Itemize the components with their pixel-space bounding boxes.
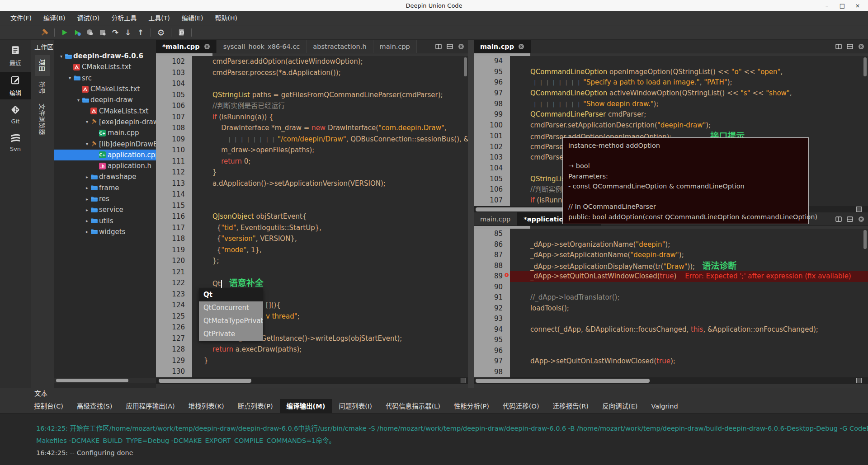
line-number[interactable]: 130 <box>156 366 192 377</box>
line-number[interactable]: 105 <box>474 174 510 185</box>
line-number[interactable]: 98 <box>474 99 510 110</box>
code-line-100[interactable]: 100 cmdParser.setApplicationDescription(… <box>474 120 868 131</box>
split-horizontal-icon[interactable] <box>847 43 853 50</box>
editor-tab-abstractaction.h[interactable]: abstractaction.h <box>307 40 373 53</box>
line-number[interactable]: 104 <box>156 78 192 89</box>
close-icon[interactable]: × <box>850 2 865 9</box>
bottom-tab-性能分析(P)[interactable]: 性能分析(P) <box>447 399 496 413</box>
close-group-icon[interactable] <box>858 216 864 222</box>
line-number[interactable]: 107 <box>156 112 192 123</box>
editor-left-vscrollbar[interactable] <box>464 57 467 76</box>
menu-item[interactable]: 调试(D) <box>71 11 106 25</box>
code-line-97[interactable]: 97 QCommandLineOption activeWindowOption… <box>474 88 868 99</box>
code-editor-right-bottom[interactable]: 8586 _dApp->setOrganizationName("deepin"… <box>474 229 868 377</box>
line-number[interactable]: 89 <box>474 271 510 282</box>
chevron-right-icon[interactable]: ▸ <box>84 174 90 179</box>
tree-item-src[interactable]: ▾src <box>54 73 156 84</box>
code-line-105[interactable]: 105 QStringList paths = getFilesFromQCom… <box>156 89 468 101</box>
tree-item-res[interactable]: ▸res <box>54 193 156 204</box>
line-number[interactable]: 102 <box>474 142 510 153</box>
tree-horizontal-scrollbar[interactable] <box>54 378 156 383</box>
tree-item-CMakeLists.txt[interactable]: CMakeLists.txt <box>54 61 156 72</box>
tree-item-main.cpp[interactable]: C+main.cpp <box>54 127 156 138</box>
code-line-89[interactable]: 89 _dApp->setQuitOnLastWindowClosed(true… <box>474 271 868 282</box>
code-line-86[interactable]: 86 _dApp->setOrganizationName("deepin"); <box>474 240 868 250</box>
chevron-down-icon[interactable]: ▾ <box>84 119 90 124</box>
tree-item-[exe]deepin-draw[interactable]: ▾[exe]deepin-draw <box>54 117 156 127</box>
line-number[interactable]: 111 <box>156 156 192 167</box>
code-line-90[interactable]: 90 <box>474 282 868 293</box>
chevron-right-icon[interactable]: ▸ <box>84 207 90 212</box>
line-number[interactable]: 95 <box>474 335 510 346</box>
activitybar-item-Svn[interactable]: Svn <box>0 130 31 155</box>
completion-item-QtPrivate[interactable]: QtPrivate <box>199 328 263 341</box>
close-group-icon[interactable] <box>858 43 864 50</box>
arrow-down-icon[interactable]: ↓ <box>122 26 134 39</box>
line-number[interactable]: 102 <box>156 56 192 67</box>
tree-item-service[interactable]: ▸service <box>54 204 156 215</box>
menu-item[interactable]: 编译(B) <box>38 11 71 25</box>
activitybar-item-最近[interactable]: 最近 <box>0 42 31 70</box>
line-number[interactable]: 116 <box>156 211 192 222</box>
menu-item[interactable]: 文件(F) <box>5 11 38 25</box>
completion-item-QtMetaTypePrivate[interactable]: QtMetaTypePrivate <box>199 315 263 328</box>
code-line-112[interactable]: 112 } <box>156 167 468 178</box>
editor-tab-main.cpp[interactable]: main.cpp <box>474 40 531 53</box>
line-number[interactable]: 119 <box>156 244 192 256</box>
tree-item-deepin-draw-6.0.6[interactable]: ▾deepin-draw-6.0.6 <box>54 51 156 61</box>
chevron-down-icon[interactable]: ▾ <box>84 141 90 146</box>
line-number[interactable]: 104 <box>474 163 510 174</box>
chevron-down-icon[interactable]: ▾ <box>75 98 82 103</box>
code-line-122[interactable]: 122 Qt语意补全 <box>156 277 468 289</box>
menu-item[interactable]: 帮助(H) <box>209 11 243 25</box>
code-line-107[interactable]: 107 if (isRunning(a)) { <box>156 112 468 123</box>
line-number[interactable]: 96 <box>474 77 510 88</box>
tree-item-application.h[interactable]: .happlication.h <box>54 160 156 171</box>
menu-item[interactable]: 工具(T) <box>142 11 175 25</box>
tab-close-icon[interactable] <box>204 43 210 50</box>
code-line-115[interactable]: 115 <box>156 200 468 211</box>
line-number[interactable]: 88 <box>474 261 510 272</box>
chevron-down-icon[interactable]: ▾ <box>66 75 73 80</box>
line-number[interactable]: 97 <box>474 356 510 367</box>
editor-tab-syscall_hook_x86-64.cc[interactable]: syscall_hook_x86-64.cc <box>217 40 307 53</box>
line-number[interactable]: 125 <box>156 311 192 322</box>
line-number[interactable]: 93 <box>474 314 510 324</box>
code-line-104[interactable]: 104 <box>156 78 468 89</box>
debug-play-icon[interactable] <box>71 26 84 39</box>
line-number[interactable]: 115 <box>156 200 192 211</box>
chevron-right-icon[interactable]: ▸ <box>84 229 90 234</box>
minimize-icon[interactable]: – <box>819 2 835 9</box>
split-horizontal-icon[interactable] <box>447 43 453 50</box>
line-number[interactable]: 108 <box>156 122 192 134</box>
gear-icon[interactable]: ⚙ <box>155 26 167 39</box>
bottom-tab-控制台(C)[interactable]: 控制台(C) <box>27 399 70 413</box>
code-line-88[interactable]: 88 _dApp->setApplicationDisplayName(tr("… <box>474 261 868 272</box>
tree-item-[lib]deepinDrawB…[interactable]: ▾[lib]deepinDrawB… <box>54 138 156 149</box>
editor-tab-main.cpp[interactable]: main.cpp <box>474 212 517 225</box>
code-line-120[interactable]: 120 }; <box>156 255 468 267</box>
bottom-tab-代码迁移(O)[interactable]: 代码迁移(O) <box>496 399 546 413</box>
line-number[interactable]: 122 <box>156 277 192 289</box>
code-line-109[interactable]: 109 | | | | | | | | "/com/deepin/Draw", … <box>156 134 468 145</box>
line-number[interactable]: 101 <box>474 131 510 142</box>
code-line-99[interactable]: 99 QCommandLineParser cmdParser; <box>474 109 868 120</box>
activitybar-item-编辑[interactable]: 编辑 <box>0 72 31 99</box>
tree-item-CMakeLists.txt[interactable]: CMakeLists.txt <box>54 84 156 94</box>
code-line-119[interactable]: 119 {"mode", 1}, <box>156 244 468 256</box>
line-number[interactable]: 90 <box>474 282 510 293</box>
line-number[interactable]: 123 <box>156 289 192 300</box>
code-line-85[interactable]: 85 <box>474 229 868 240</box>
maximize-icon[interactable]: □ <box>835 2 850 9</box>
code-line-113[interactable]: 113 a.dApplication()->setApplicationVers… <box>156 178 468 189</box>
editor-right-top-vscrollbar[interactable] <box>863 57 867 76</box>
side-dock-tab-符号[interactable]: 符号 <box>35 77 50 98</box>
code-line-87[interactable]: 87 _dApp->setApplicationName("deepin-dra… <box>474 250 868 261</box>
hammer-icon[interactable] <box>38 26 51 39</box>
code-line-95[interactable]: 95 <box>474 335 868 346</box>
tree-item-application.cpp[interactable]: C+application.cpp <box>54 150 156 160</box>
code-line-117[interactable]: 117 {"tid", Eventlogutils::StartUp}, <box>156 222 468 234</box>
side-dock-tab-文件浏览器[interactable]: 文件浏览器 <box>35 99 50 139</box>
menu-item[interactable]: 编辑(E) <box>176 11 209 25</box>
search-doc-icon[interactable] <box>175 26 188 39</box>
